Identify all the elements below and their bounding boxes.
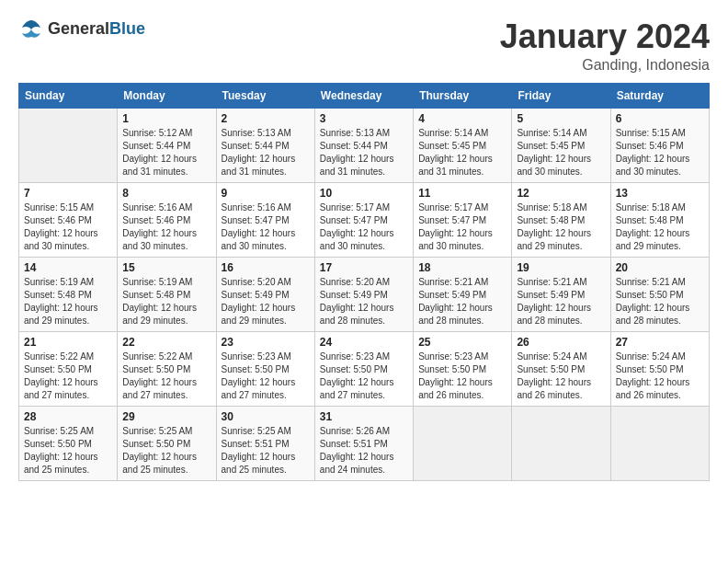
day-number: 7 bbox=[24, 187, 112, 200]
day-number: 13 bbox=[616, 187, 704, 200]
table-cell: 21Sunrise: 5:22 AMSunset: 5:50 PMDayligh… bbox=[19, 331, 118, 406]
table-cell: 12Sunrise: 5:18 AMSunset: 5:48 PMDayligh… bbox=[512, 182, 610, 257]
table-cell: 5Sunrise: 5:14 AMSunset: 5:45 PMDaylight… bbox=[512, 108, 610, 182]
page-header: GeneralBlue January 2024 Ganding, Indone… bbox=[18, 18, 710, 74]
table-cell: 31Sunrise: 5:26 AMSunset: 5:51 PMDayligh… bbox=[314, 406, 413, 480]
day-number: 5 bbox=[517, 112, 605, 125]
header-sunday: Sunday bbox=[19, 83, 118, 108]
table-cell: 25Sunrise: 5:23 AMSunset: 5:50 PMDayligh… bbox=[414, 331, 512, 406]
day-info: Sunrise: 5:14 AMSunset: 5:45 PMDaylight:… bbox=[517, 127, 605, 178]
table-cell: 27Sunrise: 5:24 AMSunset: 5:50 PMDayligh… bbox=[610, 331, 709, 406]
day-info: Sunrise: 5:14 AMSunset: 5:45 PMDaylight:… bbox=[418, 127, 506, 178]
day-info: Sunrise: 5:23 AMSunset: 5:50 PMDaylight:… bbox=[320, 350, 408, 402]
table-cell: 18Sunrise: 5:21 AMSunset: 5:49 PMDayligh… bbox=[414, 257, 512, 331]
week-row-4: 21Sunrise: 5:22 AMSunset: 5:50 PMDayligh… bbox=[19, 331, 710, 406]
day-number: 8 bbox=[122, 187, 210, 200]
day-number: 15 bbox=[122, 261, 210, 274]
week-row-3: 14Sunrise: 5:19 AMSunset: 5:48 PMDayligh… bbox=[19, 257, 710, 331]
day-info: Sunrise: 5:12 AMSunset: 5:44 PMDaylight:… bbox=[122, 127, 210, 178]
table-cell: 16Sunrise: 5:20 AMSunset: 5:49 PMDayligh… bbox=[216, 257, 314, 331]
table-cell: 4Sunrise: 5:14 AMSunset: 5:45 PMDaylight… bbox=[414, 108, 512, 182]
table-cell bbox=[610, 406, 709, 480]
table-cell bbox=[19, 108, 118, 182]
header-saturday: Saturday bbox=[610, 83, 709, 108]
day-number: 1 bbox=[122, 112, 210, 125]
day-info: Sunrise: 5:13 AMSunset: 5:44 PMDaylight:… bbox=[320, 127, 408, 178]
day-info: Sunrise: 5:24 AMSunset: 5:50 PMDaylight:… bbox=[616, 350, 704, 402]
table-cell bbox=[414, 406, 512, 480]
month-year-title: January 2024 bbox=[500, 18, 710, 55]
table-cell: 13Sunrise: 5:18 AMSunset: 5:48 PMDayligh… bbox=[610, 182, 709, 257]
header-tuesday: Tuesday bbox=[216, 83, 314, 108]
week-row-5: 28Sunrise: 5:25 AMSunset: 5:50 PMDayligh… bbox=[19, 406, 710, 480]
title-section: January 2024 Ganding, Indonesia bbox=[500, 18, 710, 74]
day-info: Sunrise: 5:16 AMSunset: 5:46 PMDaylight:… bbox=[122, 201, 210, 253]
day-number: 9 bbox=[222, 187, 310, 200]
logo-general: General bbox=[48, 19, 109, 38]
day-number: 23 bbox=[222, 336, 310, 349]
day-info: Sunrise: 5:26 AMSunset: 5:51 PMDaylight:… bbox=[320, 425, 408, 477]
day-info: Sunrise: 5:17 AMSunset: 5:47 PMDaylight:… bbox=[418, 201, 506, 253]
day-number: 2 bbox=[222, 112, 310, 125]
calendar-header-row: SundayMondayTuesdayWednesdayThursdayFrid… bbox=[19, 83, 710, 108]
day-info: Sunrise: 5:21 AMSunset: 5:49 PMDaylight:… bbox=[517, 276, 605, 327]
table-cell: 30Sunrise: 5:25 AMSunset: 5:51 PMDayligh… bbox=[216, 406, 314, 480]
day-info: Sunrise: 5:25 AMSunset: 5:50 PMDaylight:… bbox=[24, 425, 112, 477]
table-cell: 9Sunrise: 5:16 AMSunset: 5:47 PMDaylight… bbox=[216, 182, 314, 257]
day-number: 14 bbox=[24, 261, 112, 274]
day-number: 20 bbox=[616, 261, 704, 274]
day-number: 31 bbox=[320, 410, 408, 423]
table-cell: 20Sunrise: 5:21 AMSunset: 5:50 PMDayligh… bbox=[610, 257, 709, 331]
table-cell: 11Sunrise: 5:17 AMSunset: 5:47 PMDayligh… bbox=[414, 182, 512, 257]
logo-bird-icon bbox=[18, 18, 44, 39]
day-number: 28 bbox=[24, 410, 112, 423]
day-info: Sunrise: 5:19 AMSunset: 5:48 PMDaylight:… bbox=[122, 276, 210, 327]
week-row-2: 7Sunrise: 5:15 AMSunset: 5:46 PMDaylight… bbox=[19, 182, 710, 257]
table-cell: 26Sunrise: 5:24 AMSunset: 5:50 PMDayligh… bbox=[512, 331, 610, 406]
header-wednesday: Wednesday bbox=[314, 83, 413, 108]
header-thursday: Thursday bbox=[414, 83, 512, 108]
day-number: 25 bbox=[418, 336, 506, 349]
logo: GeneralBlue bbox=[18, 18, 145, 39]
day-number: 17 bbox=[320, 261, 408, 274]
day-number: 30 bbox=[222, 410, 310, 423]
logo-text: GeneralBlue bbox=[48, 19, 145, 39]
table-cell: 10Sunrise: 5:17 AMSunset: 5:47 PMDayligh… bbox=[314, 182, 413, 257]
table-cell: 7Sunrise: 5:15 AMSunset: 5:46 PMDaylight… bbox=[19, 182, 118, 257]
logo-blue: Blue bbox=[109, 19, 145, 38]
table-cell: 1Sunrise: 5:12 AMSunset: 5:44 PMDaylight… bbox=[118, 108, 216, 182]
day-info: Sunrise: 5:21 AMSunset: 5:50 PMDaylight:… bbox=[616, 276, 704, 327]
table-cell: 24Sunrise: 5:23 AMSunset: 5:50 PMDayligh… bbox=[314, 331, 413, 406]
table-cell bbox=[512, 406, 610, 480]
day-info: Sunrise: 5:17 AMSunset: 5:47 PMDaylight:… bbox=[320, 201, 408, 253]
day-number: 19 bbox=[517, 261, 605, 274]
day-number: 18 bbox=[418, 261, 506, 274]
header-friday: Friday bbox=[512, 83, 610, 108]
day-info: Sunrise: 5:23 AMSunset: 5:50 PMDaylight:… bbox=[222, 350, 310, 402]
day-info: Sunrise: 5:24 AMSunset: 5:50 PMDaylight:… bbox=[517, 350, 605, 402]
table-cell: 28Sunrise: 5:25 AMSunset: 5:50 PMDayligh… bbox=[19, 406, 118, 480]
day-number: 12 bbox=[517, 187, 605, 200]
table-cell: 3Sunrise: 5:13 AMSunset: 5:44 PMDaylight… bbox=[314, 108, 413, 182]
day-info: Sunrise: 5:22 AMSunset: 5:50 PMDaylight:… bbox=[24, 350, 112, 402]
day-number: 6 bbox=[616, 112, 704, 125]
day-info: Sunrise: 5:16 AMSunset: 5:47 PMDaylight:… bbox=[222, 201, 310, 253]
day-info: Sunrise: 5:18 AMSunset: 5:48 PMDaylight:… bbox=[616, 201, 704, 253]
header-monday: Monday bbox=[118, 83, 216, 108]
day-info: Sunrise: 5:15 AMSunset: 5:46 PMDaylight:… bbox=[616, 127, 704, 178]
day-number: 24 bbox=[320, 336, 408, 349]
day-info: Sunrise: 5:21 AMSunset: 5:49 PMDaylight:… bbox=[418, 276, 506, 327]
table-cell: 2Sunrise: 5:13 AMSunset: 5:44 PMDaylight… bbox=[216, 108, 314, 182]
day-number: 27 bbox=[616, 336, 704, 349]
table-cell: 15Sunrise: 5:19 AMSunset: 5:48 PMDayligh… bbox=[118, 257, 216, 331]
day-info: Sunrise: 5:23 AMSunset: 5:50 PMDaylight:… bbox=[418, 350, 506, 402]
table-cell: 19Sunrise: 5:21 AMSunset: 5:49 PMDayligh… bbox=[512, 257, 610, 331]
table-cell: 17Sunrise: 5:20 AMSunset: 5:49 PMDayligh… bbox=[314, 257, 413, 331]
day-number: 4 bbox=[418, 112, 506, 125]
day-info: Sunrise: 5:19 AMSunset: 5:48 PMDaylight:… bbox=[24, 276, 112, 327]
table-cell: 22Sunrise: 5:22 AMSunset: 5:50 PMDayligh… bbox=[118, 331, 216, 406]
day-number: 29 bbox=[122, 410, 210, 423]
day-number: 26 bbox=[517, 336, 605, 349]
week-row-1: 1Sunrise: 5:12 AMSunset: 5:44 PMDaylight… bbox=[19, 108, 710, 182]
day-info: Sunrise: 5:13 AMSunset: 5:44 PMDaylight:… bbox=[222, 127, 310, 178]
